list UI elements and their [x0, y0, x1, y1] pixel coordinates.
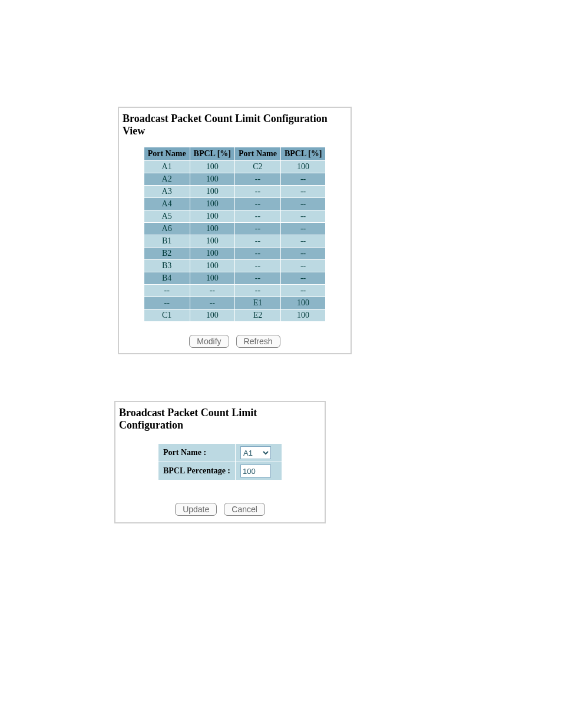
cell-port-name: -- [235, 210, 281, 223]
cell-bpcl: 100 [280, 297, 325, 309]
cell-port-name: B2 [144, 248, 190, 260]
table-row: A6 100 -- -- [144, 223, 326, 235]
cell-port-name: A5 [144, 210, 190, 223]
cell-port-name: -- [144, 285, 190, 297]
cell-bpcl: -- [280, 198, 325, 210]
cell-port-name: -- [235, 260, 281, 272]
cell-bpcl: 100 [190, 186, 234, 198]
form-row-port-name: Port Name : A1 [158, 444, 282, 462]
cell-port-name: C1 [144, 309, 190, 322]
bpcl-config-panel: Broadcast Packet Count Limit Configurati… [114, 401, 326, 523]
cell-bpcl: 100 [190, 272, 234, 285]
bpcl-config-form: Port Name : A1 BPCL Percentage : [158, 443, 282, 480]
cell-bpcl: -- [280, 260, 325, 272]
table-row: A4 100 -- -- [144, 198, 326, 210]
cell-bpcl: 100 [280, 161, 325, 173]
cell-bpcl: 100 [190, 173, 234, 186]
cell-port-name: A6 [144, 223, 190, 235]
bpcl-table: Port Name BPCL [%] Port Name BPCL [%] A1… [144, 147, 326, 322]
config-button-row: Update Cancel [115, 503, 325, 516]
view-button-row: Modify Refresh [119, 335, 351, 348]
cell-port-name: -- [235, 186, 281, 198]
bpcl-config-title: Broadcast Packet Count Limit Configurati… [115, 402, 325, 437]
cell-bpcl: 100 [280, 309, 325, 322]
cell-port-name: E2 [235, 309, 281, 322]
cell-bpcl: -- [280, 285, 325, 297]
cell-port-name: B1 [144, 235, 190, 248]
cell-port-name: E1 [235, 297, 281, 309]
cell-port-name: B3 [144, 260, 190, 272]
cell-bpcl: -- [280, 223, 325, 235]
cell-bpcl: 100 [190, 309, 234, 322]
cell-port-name: -- [235, 198, 281, 210]
cell-port-name: -- [235, 235, 281, 248]
table-row: B4 100 -- -- [144, 272, 326, 285]
cell-bpcl: -- [280, 248, 325, 260]
cell-port-name: -- [235, 223, 281, 235]
cell-bpcl: 100 [190, 198, 234, 210]
cell-bpcl: -- [280, 235, 325, 248]
cell-bpcl: -- [280, 272, 325, 285]
cell-port-name: A2 [144, 173, 190, 186]
cell-port-name: C2 [235, 161, 281, 173]
cell-port-name: A1 [144, 161, 190, 173]
cell-bpcl: -- [280, 186, 325, 198]
cell-bpcl: -- [280, 210, 325, 223]
cell-bpcl: 100 [190, 260, 234, 272]
table-row: B2 100 -- -- [144, 248, 326, 260]
cancel-button[interactable]: Cancel [224, 503, 265, 516]
cell-port-name: -- [235, 285, 281, 297]
cell-bpcl: 100 [190, 161, 234, 173]
port-name-label: Port Name : [158, 444, 235, 462]
table-row: -- -- -- -- [144, 285, 326, 297]
table-row: B3 100 -- -- [144, 260, 326, 272]
table-row: B1 100 -- -- [144, 235, 326, 248]
cell-port-name: -- [235, 272, 281, 285]
cell-bpcl: 100 [190, 210, 234, 223]
bpcl-pct-input[interactable] [240, 465, 271, 477]
update-button[interactable]: Update [175, 503, 217, 516]
table-row: A2 100 -- -- [144, 173, 326, 186]
cell-bpcl: 100 [190, 223, 234, 235]
col-bpcl-2: BPCL [%] [280, 147, 325, 161]
bpcl-view-panel: Broadcast Packet Count Limit Configurati… [118, 107, 352, 354]
table-row: A1 100 C2 100 [144, 161, 326, 173]
cell-port-name: A4 [144, 198, 190, 210]
bpcl-pct-label: BPCL Percentage : [158, 462, 235, 480]
cell-port-name: -- [235, 248, 281, 260]
refresh-button[interactable]: Refresh [236, 335, 280, 348]
cell-bpcl: -- [190, 285, 234, 297]
cell-port-name: -- [235, 173, 281, 186]
cell-bpcl: -- [190, 297, 234, 309]
col-port-name-1: Port Name [144, 147, 190, 161]
cell-port-name: -- [144, 297, 190, 309]
cell-bpcl: 100 [190, 248, 234, 260]
table-row: A3 100 -- -- [144, 186, 326, 198]
table-row: C1 100 E2 100 [144, 309, 326, 322]
cell-bpcl: 100 [190, 235, 234, 248]
form-row-bpcl-pct: BPCL Percentage : [158, 462, 282, 480]
bpcl-view-title: Broadcast Packet Count Limit Configurati… [119, 108, 351, 143]
cell-port-name: A3 [144, 186, 190, 198]
col-bpcl-1: BPCL [%] [190, 147, 234, 161]
table-row: A5 100 -- -- [144, 210, 326, 223]
cell-port-name: B4 [144, 272, 190, 285]
modify-button[interactable]: Modify [189, 335, 229, 348]
table-row: -- -- E1 100 [144, 297, 326, 309]
col-port-name-2: Port Name [235, 147, 281, 161]
bpcl-table-header-row: Port Name BPCL [%] Port Name BPCL [%] [144, 147, 326, 161]
cell-bpcl: -- [280, 173, 325, 186]
port-name-select[interactable]: A1 [240, 446, 271, 459]
